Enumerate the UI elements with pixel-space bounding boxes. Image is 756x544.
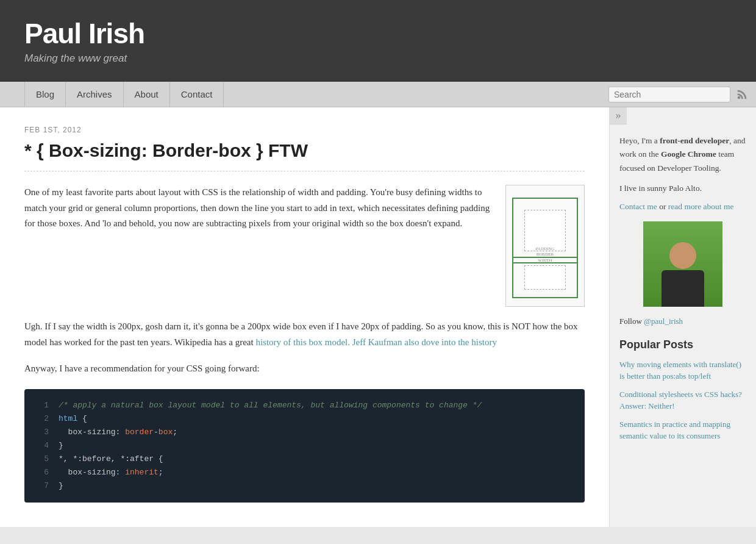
code-line-5: 5 *, *:before, *:after { — [24, 453, 585, 466]
nav-item-blog[interactable]: Blog — [24, 82, 66, 107]
sidebar-location: I live in sunny Palo Alto. — [619, 184, 746, 193]
code-line-6: 6 box-sizing: inherit; — [24, 466, 585, 479]
code-line-1: 1 /* apply a natural box layout model to… — [24, 399, 585, 412]
popular-post-item: Semantics in practice and mapping semant… — [619, 418, 746, 442]
popular-post-item: Conditional stylesheets vs CSS hacks? An… — [619, 388, 746, 412]
sidebar-toggle[interactable]: » — [610, 107, 627, 124]
svg-point-0 — [738, 96, 741, 99]
popular-posts-list: Why moving elements with translate() is … — [619, 359, 746, 442]
nav-item-about[interactable]: About — [124, 82, 170, 107]
nav-item-contact[interactable]: Contact — [170, 82, 224, 107]
post-date: FEB 1ST, 2012 — [24, 126, 585, 134]
site-title: Paul Irish — [24, 17, 732, 50]
site-nav: Blog Archives About Contact — [0, 82, 756, 107]
code-line-7: 7 } — [24, 479, 585, 493]
post-intro: One of my least favorite parts about lay… — [24, 185, 585, 307]
rss-icon[interactable] — [735, 88, 749, 101]
sidebar-bio: Heyo, I'm a front-end developer, and wor… — [619, 134, 746, 175]
nav-item-archives[interactable]: Archives — [66, 82, 124, 107]
code-line-4: 4 } — [24, 439, 585, 453]
sidebar-content: Heyo, I'm a front-end developer, and wor… — [610, 124, 756, 460]
popular-post-item: Why moving elements with translate() is … — [619, 359, 746, 382]
sidebar-follow: Follow @paul_irish — [619, 317, 746, 326]
history-link[interactable]: history of this box model. — [255, 337, 350, 347]
post-paragraph-3: Anyway, I have a recommendation for your… — [24, 361, 585, 377]
contact-link[interactable]: Contact me — [619, 202, 657, 211]
post-divider — [24, 171, 585, 171]
site-subtitle: Making the www great — [24, 52, 732, 65]
nav-search-area — [608, 87, 756, 102]
main-content: FEB 1ST, 2012 * { Box-sizing: Border-box… — [0, 107, 610, 527]
popular-post-link-1[interactable]: Why moving elements with translate() is … — [619, 360, 741, 381]
box-model-diagram: PADDINGBORDERWIDTHBORDERPADDING — [505, 185, 585, 307]
jeff-kaufman-link[interactable]: Jeff Kaufman also dove into the history — [352, 337, 497, 347]
avatar — [643, 221, 722, 307]
code-line-3: 3 box-sizing: border-box; — [24, 426, 585, 439]
popular-posts-title: Popular Posts — [619, 338, 746, 351]
post-title: * { Box-sizing: Border-box } FTW — [24, 140, 585, 161]
site-header: Paul Irish Making the www great — [0, 0, 756, 82]
popular-post-link-2[interactable]: Conditional stylesheets vs CSS hacks? An… — [619, 390, 742, 411]
sidebar-contact-line: Contact me or read more about me — [619, 202, 746, 212]
code-line-2: 2 html { — [24, 412, 585, 426]
read-more-link[interactable]: read more about me — [668, 202, 734, 211]
post-paragraph-1: One of my least favorite parts about lay… — [24, 185, 491, 307]
popular-post-link-3[interactable]: Semantics in practice and mapping semant… — [619, 420, 730, 441]
post-paragraph-2: Ugh. If I say the width is 200px, gosh d… — [24, 319, 585, 350]
code-block: 1 /* apply a natural box layout model to… — [24, 389, 585, 503]
search-input[interactable] — [608, 87, 730, 102]
sidebar: » Heyo, I'm a front-end developer, and w… — [610, 107, 756, 527]
twitter-follow-link[interactable]: @paul_irish — [644, 317, 683, 326]
content-wrapper: FEB 1ST, 2012 * { Box-sizing: Border-box… — [0, 107, 756, 527]
